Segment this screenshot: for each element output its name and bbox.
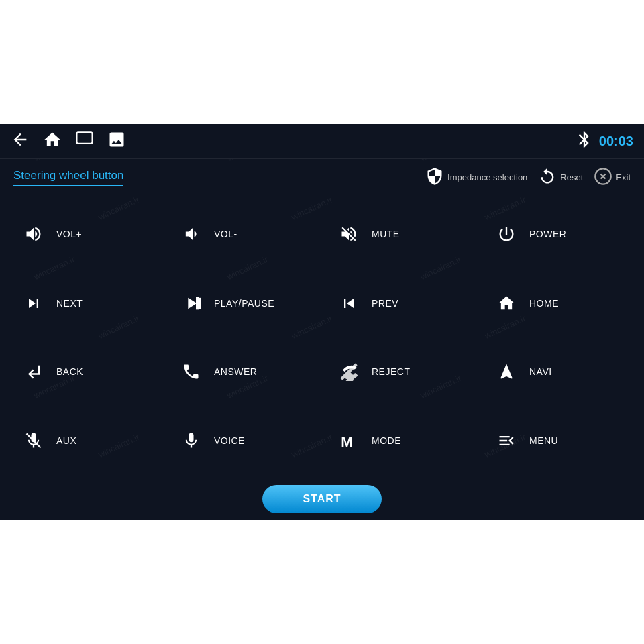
aux-btn[interactable]: AUX [7, 407, 164, 476]
shield-icon [425, 167, 444, 188]
reject-icon [335, 362, 362, 381]
svg-rect-0 [76, 133, 92, 144]
svg-rect-3 [199, 298, 201, 309]
next-btn[interactable]: NEXT [7, 269, 164, 338]
svg-rect-2 [197, 298, 198, 309]
answer-btn[interactable]: ANSWER [164, 337, 322, 407]
play-pause-icon [178, 294, 205, 313]
voice-label: VOICE [214, 435, 245, 446]
title-bar: Steering wheel button Impedance selectio… [0, 159, 644, 193]
next-icon [20, 294, 47, 313]
mute-btn[interactable]: MUTE [322, 200, 480, 269]
power-btn[interactable]: POWER [480, 200, 637, 269]
vol-plus-label: VOL+ [56, 229, 82, 239]
top-white-area [0, 0, 644, 124]
reset-icon [538, 167, 557, 188]
answer-label: ANSWER [214, 366, 257, 377]
svg-text:M: M [341, 434, 352, 449]
vol-down-icon [178, 225, 205, 244]
vol-plus-btn[interactable]: VOL+ [7, 200, 164, 269]
navi-label: NAVI [529, 366, 552, 377]
menu-label: MENU [529, 435, 558, 446]
aux-label: AUX [56, 435, 76, 446]
aux-icon [20, 431, 47, 450]
buttons-grid: VOL+ VOL- MUTE POWER [0, 193, 644, 482]
reset-btn[interactable]: Reset [538, 167, 583, 188]
impedance-selection-btn[interactable]: Impedance selection [425, 167, 527, 188]
mute-icon [335, 225, 362, 244]
reject-btn[interactable]: REJECT [322, 337, 480, 407]
menu-btn[interactable]: MENU [480, 407, 637, 476]
navi-icon [493, 362, 520, 381]
mode-btn[interactable]: M MODE [322, 407, 480, 476]
answer-icon [178, 362, 205, 381]
bluetooth-icon [575, 130, 594, 152]
prev-btn[interactable]: PREV [322, 269, 480, 338]
start-btn-container: START [0, 482, 644, 520]
exit-btn[interactable]: Exit [594, 167, 631, 188]
voice-icon [178, 431, 205, 450]
vol-minus-label: VOL- [214, 229, 237, 239]
topbar-left [11, 130, 126, 152]
home-btn-icon [493, 294, 520, 313]
back-label: BACK [56, 366, 83, 377]
page-title: Steering wheel button [13, 169, 123, 186]
topbar-right: 00:03 [575, 130, 633, 152]
voice-btn[interactable]: VOICE [164, 407, 322, 476]
vol-up-icon [20, 225, 47, 244]
prev-label: PREV [372, 298, 398, 309]
vol-minus-btn[interactable]: VOL- [164, 200, 322, 269]
mute-label: MUTE [372, 229, 400, 239]
bottom-white-area [0, 520, 644, 644]
reject-label: REJECT [372, 366, 410, 377]
start-button[interactable]: START [262, 485, 381, 513]
power-label: POWER [529, 229, 566, 239]
main-area: wincairan.ir wincairan.ir wincairan.ir w… [0, 124, 644, 520]
mode-icon: M [335, 431, 362, 450]
navi-btn[interactable]: NAVI [480, 337, 637, 407]
play-pause-btn[interactable]: PLAY/PAUSE [164, 269, 322, 338]
image-icon[interactable] [107, 130, 126, 152]
home-label: HOME [529, 298, 559, 309]
time-display: 00:03 [599, 133, 633, 149]
prev-icon [335, 294, 362, 313]
power-icon [493, 225, 520, 244]
exit-icon [594, 167, 612, 188]
impedance-label: Impedance selection [447, 172, 527, 182]
topbar: 00:03 [0, 124, 644, 159]
exit-label: Exit [616, 172, 631, 182]
next-label: NEXT [56, 298, 83, 309]
back-btn[interactable]: BACK [7, 337, 164, 407]
home-icon[interactable] [43, 130, 62, 152]
back-icon[interactable] [11, 130, 30, 152]
mode-label: MODE [372, 435, 401, 446]
title-actions: Impedance selection Reset Exit [425, 167, 631, 188]
window-icon[interactable] [75, 130, 94, 152]
menu-icon [493, 431, 520, 450]
reset-label: Reset [560, 172, 583, 182]
home-btn[interactable]: HOME [480, 269, 637, 338]
play-pause-label: PLAY/PAUSE [214, 298, 274, 309]
back-btn-icon [20, 362, 47, 381]
